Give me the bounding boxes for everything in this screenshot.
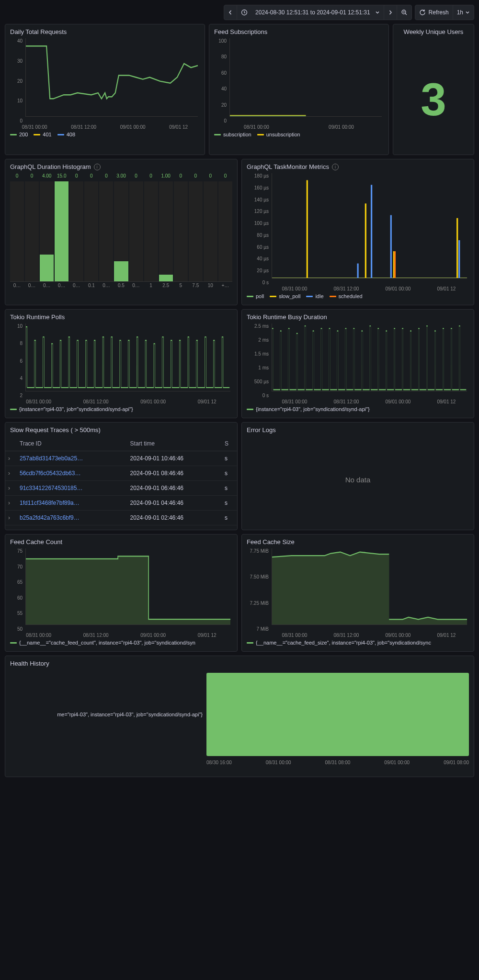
stat-value: 3 — [397, 38, 470, 155]
panel-daily-requests[interactable]: Daily Total Requests 403020100 08/31 00:… — [5, 24, 205, 155]
table-row[interactable]: ›1fd11cf3468fe7bf89a…2024-09-01 04:46:46… — [5, 496, 237, 511]
x-axis: 08/31 00:0008/31 12:0009/01 00:0009/01 1… — [10, 398, 232, 404]
expand-icon[interactable]: › — [5, 511, 17, 525]
panel-feed-cache-size[interactable]: Feed Cache Size 7.75 MiB7.50 MiB7.25 MiB… — [241, 534, 474, 652]
legend-label: {instance="rpi4-03", job="syndicationd/s… — [19, 406, 133, 412]
expand-icon[interactable]: › — [5, 466, 17, 481]
zoom-out-button[interactable] — [397, 5, 411, 20]
time-back-button[interactable] — [224, 5, 237, 20]
table-row[interactable]: ›b25a2fd42a763c6bf9…2024-09-01 02:46:46s — [5, 511, 237, 525]
chart-spikes — [272, 323, 467, 391]
expand-icon[interactable]: › — [5, 496, 17, 511]
refresh-button[interactable]: Refresh — [415, 5, 453, 20]
legend-item[interactable]: slow_poll — [270, 293, 300, 299]
trace-id-link[interactable]: 1fd11cf3468fe7bf89a… — [17, 496, 127, 511]
chart-area — [272, 548, 467, 624]
legend-item[interactable]: scheduled — [330, 293, 363, 299]
time-range-picker: 2024-08-30 12:51:31 to 2024-09-01 12:51:… — [224, 5, 412, 20]
svg-marker-16 — [272, 552, 467, 624]
time-range-label: 2024-08-30 12:51:31 to 2024-09-01 12:51:… — [251, 9, 375, 16]
legend-item[interactable]: 200 — [10, 132, 28, 137]
panel-runtime-polls[interactable]: Tokio Runtime Polls 108642 08/31 00:0008… — [5, 309, 238, 418]
histogram-x-labels: 0…0…0…0…0…0.10…0.50…12.557.510+… — [10, 283, 232, 288]
panel-slow-traces[interactable]: Slow Request Traces ( > 500ms) Trace IDS… — [5, 422, 238, 530]
legend-item[interactable]: 408 — [57, 132, 75, 137]
panel-weekly-users[interactable]: Weekly Unique Users 3 — [393, 24, 474, 155]
refresh-label: Refresh — [429, 9, 449, 16]
trace-id-link[interactable]: b25a2fd42a763c6bf9… — [17, 511, 127, 525]
panel-title: Tokio Runtime Polls — [10, 313, 232, 321]
table-row[interactable]: ›91c334122674530185…2024-09-01 06:46:46s — [5, 481, 237, 496]
trace-id-link[interactable]: 91c334122674530185… — [17, 481, 127, 496]
legend-item[interactable]: idle — [306, 293, 323, 299]
legend-item[interactable]: poll — [247, 293, 264, 299]
panel-health-history[interactable]: Health History me="rpi4-03", instance="r… — [5, 656, 474, 777]
expand-icon[interactable]: › — [5, 451, 17, 466]
legend: {instance="rpi4-03", job="syndicationd/s… — [247, 404, 469, 413]
legend: subscriptionunsubscription — [214, 130, 384, 138]
info-icon[interactable]: i — [94, 164, 101, 170]
svg-marker-15 — [26, 556, 230, 624]
chart-lines — [26, 38, 198, 116]
x-axis: 08/31 00:0008/31 12:0009/01 00:0009/01 1… — [10, 632, 232, 638]
y-axis: 403020100 — [10, 38, 24, 123]
health-status-bar — [206, 673, 469, 756]
panel-title: Feed Subscriptions — [214, 28, 384, 35]
panel-title: GraphQL Duration Histogram i — [10, 163, 232, 170]
x-axis: 08/31 00:0008/31 12:0009/01 00:0009/01 1… — [247, 632, 469, 638]
trace-id-link[interactable]: f9b812444df41a033f1… — [17, 525, 127, 531]
panel-error-logs[interactable]: Error Logs No data — [241, 422, 474, 530]
x-axis: 08/30 16:0008/31 00:0008/31 08:0009/01 0… — [10, 759, 469, 767]
panel-title: Health History — [10, 660, 469, 667]
legend-label: {instance="rpi4-03", job="syndicationd/s… — [256, 406, 370, 412]
table-row[interactable]: ›56cdb7f6c05432db63…2024-09-01 08:46:46s — [5, 466, 237, 481]
legend-item[interactable]: subscription — [214, 132, 251, 137]
time-toolbar: 2024-08-30 12:51:31 to 2024-09-01 12:51:… — [5, 5, 474, 20]
panel-taskmonitor[interactable]: GraphQL TaskMonitor Metrics i 180 µs160 … — [241, 159, 474, 305]
panel-title: GraphQL TaskMonitor Metrics i — [247, 163, 469, 170]
panel-title: Error Logs — [247, 426, 469, 434]
time-forward-button[interactable] — [384, 5, 397, 20]
panel-runtime-busy[interactable]: Tokio Runtime Busy Duration 2.5 ms2 ms1.… — [241, 309, 474, 418]
panel-title: Daily Total Requests — [10, 28, 200, 35]
chart-area — [26, 548, 230, 624]
info-icon[interactable]: i — [332, 164, 339, 170]
trace-id-link[interactable]: 56cdb7f6c05432db63… — [17, 466, 127, 481]
chart-spikes — [26, 323, 230, 391]
chart-spikes — [272, 173, 467, 278]
refresh-interval-button[interactable]: 1h — [453, 5, 474, 20]
legend: pollslow_pollidlescheduled — [247, 291, 469, 300]
panel-title: Feed Cache Count — [10, 538, 232, 546]
expand-icon[interactable]: › — [5, 525, 17, 531]
legend: {instance="rpi4-03", job="syndicationd/s… — [10, 404, 232, 413]
panel-graphql-histogram[interactable]: GraphQL Duration Histogram i 004.0015.00… — [5, 159, 238, 305]
histogram-bars — [10, 181, 232, 282]
legend-item[interactable]: 401 — [34, 132, 51, 137]
histogram-counts: 004.0015.00003.00001.000000 — [10, 173, 232, 178]
y-axis: 757065605550 — [10, 548, 24, 632]
health-row-label: me="rpi4-03", instance="rpi4-03", job="s… — [10, 670, 206, 759]
panel-title: Slow Request Traces ( > 500ms) — [5, 426, 237, 434]
legend-item[interactable]: unsubscription — [257, 132, 300, 137]
trace-id-link[interactable]: 257ab8d31473eb0a25… — [17, 451, 127, 466]
panel-title: Feed Cache Size — [247, 538, 469, 546]
panel-title: Weekly Unique Users — [397, 28, 470, 35]
panel-feed-subscriptions[interactable]: Feed Subscriptions 100806040200 08/31 00… — [209, 24, 389, 155]
traces-table: Trace IDStart timeS ›257ab8d31473eb0a25…… — [5, 436, 237, 530]
table-row[interactable]: ›257ab8d31473eb0a25…2024-09-01 10:46:46s — [5, 451, 237, 466]
legend-label: {__name__="cache_feed_count", instance="… — [19, 640, 195, 646]
y-axis: 7.75 MiB7.50 MiB7.25 MiB7 MiB — [247, 548, 271, 632]
refresh-picker: Refresh 1h — [415, 5, 474, 20]
x-axis: 08/31 00:0008/31 12:0009/01 00:0009/01 1… — [247, 285, 469, 291]
time-range-button[interactable]: 2024-08-30 12:51:31 to 2024-09-01 12:51:… — [237, 5, 384, 20]
y-axis: 180 µs160 µs140 µs120 µs100 µs80 µs60 µs… — [247, 173, 271, 285]
table-row[interactable]: ›f9b812444df41a033f1…2024-09-01 00:46:46… — [5, 525, 237, 531]
y-axis: 100806040200 — [214, 38, 228, 123]
y-axis: 108642 — [10, 323, 24, 398]
chart-lines — [230, 38, 382, 116]
no-data-message: No data — [247, 436, 469, 523]
panel-feed-cache-count[interactable]: Feed Cache Count 757065605550 08/31 00:0… — [5, 534, 238, 652]
legend: 200401408 — [10, 130, 200, 138]
legend: {__name__="cache_feed_size", instance="r… — [247, 638, 469, 646]
expand-icon[interactable]: › — [5, 481, 17, 496]
